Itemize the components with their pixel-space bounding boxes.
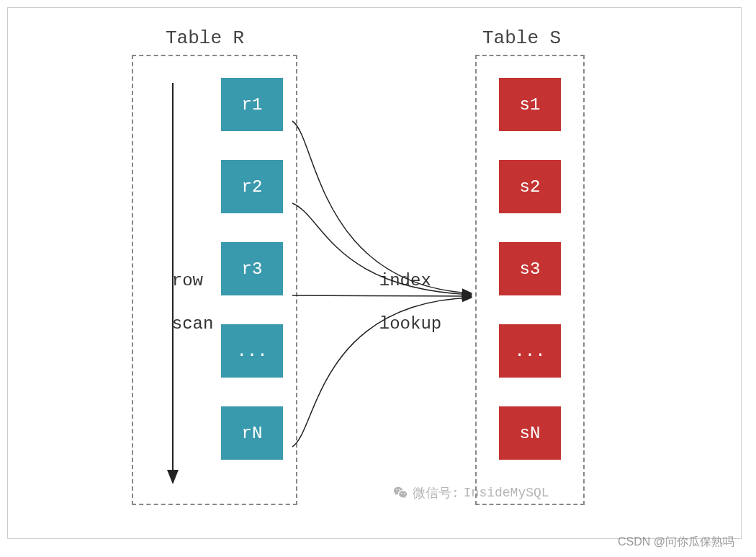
index-lookup-line2: lookup xyxy=(379,314,441,334)
index-lookup-label: index lookup xyxy=(359,249,441,335)
table-r-row: rN xyxy=(221,406,283,460)
table-s-row: s2 xyxy=(499,160,561,213)
table-r-row: r2 xyxy=(221,160,283,213)
table-r-title: Table R xyxy=(166,27,244,49)
table-r-row: ... xyxy=(221,324,283,378)
table-s-title: Table S xyxy=(482,27,561,49)
table-r-row: r3 xyxy=(221,242,283,295)
csdn-author: @问你瓜保熟吗 xyxy=(654,535,734,548)
index-lookup-line1: index xyxy=(379,271,431,290)
wechat-prefix: 微信号: xyxy=(413,484,459,502)
wechat-icon xyxy=(392,485,408,501)
csdn-prefix: CSDN xyxy=(618,535,650,548)
row-scan-label: row scan xyxy=(151,249,213,335)
table-s-row: sN xyxy=(499,406,561,460)
table-s-row: s3 xyxy=(499,242,561,295)
wechat-account: InsideMySQL xyxy=(464,486,549,500)
table-r-row: r1 xyxy=(221,78,283,131)
wechat-watermark: 微信号: InsideMySQL xyxy=(392,484,549,502)
csdn-watermark: CSDN @问你瓜保熟吗 xyxy=(618,535,734,550)
row-scan-line1: row xyxy=(172,271,203,290)
table-s-row: s1 xyxy=(499,78,561,131)
table-s-box: s1 s2 s3 ... sN xyxy=(475,55,585,505)
table-s-row: ... xyxy=(499,324,561,378)
row-scan-line2: scan xyxy=(172,314,214,334)
